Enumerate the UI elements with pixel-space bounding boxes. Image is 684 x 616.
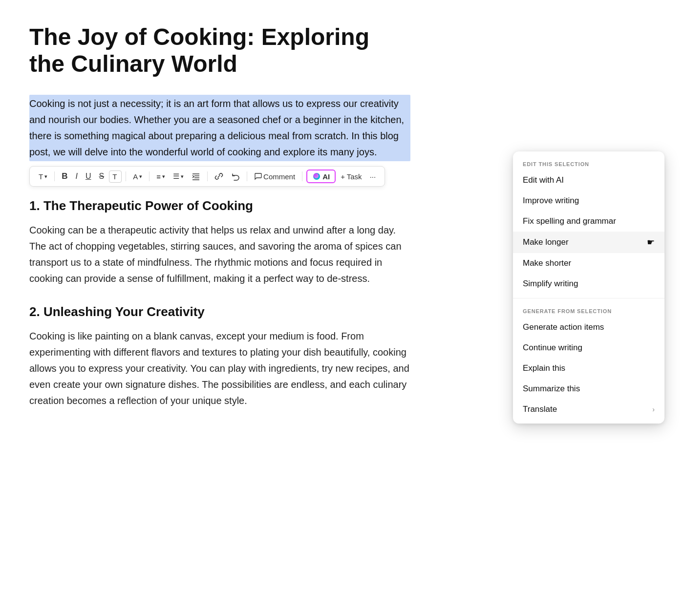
section-2-paragraph: Cooking is like painting on a blank canv…: [29, 328, 410, 409]
more-icon: ···: [370, 172, 376, 181]
explain-this-label: Explain this: [523, 363, 565, 373]
simplify-writing-label: Simplify writing: [523, 279, 578, 289]
indent-icon: [192, 172, 200, 181]
section-2-heading: 2. Unleashing Your Creativity: [29, 304, 410, 319]
generate-section-label: GENERATE FROM SELECTION: [513, 302, 664, 317]
summarize-this-item[interactable]: Summarize this: [513, 379, 664, 399]
formatting-toolbar: T ▾ B I U S T A ▾ ≡ ▾ ☰ ▾: [29, 166, 385, 187]
explain-this-item[interactable]: Explain this: [513, 358, 664, 379]
comment-label: Comment: [263, 172, 295, 181]
align-button[interactable]: ≡ ▾: [153, 170, 168, 183]
make-shorter-label: Make shorter: [523, 258, 571, 268]
improve-writing-item[interactable]: Improve writing: [513, 191, 664, 211]
text-format-chevron: ▾: [44, 173, 47, 180]
generate-action-items-item[interactable]: Generate action items: [513, 317, 664, 338]
toolbar-separator-4: [207, 171, 208, 181]
page-container: The Joy of Cooking: Exploring the Culina…: [0, 0, 684, 616]
comment-button[interactable]: Comment: [251, 170, 298, 183]
ai-orb-icon: [312, 172, 321, 181]
section-1: 1. The Therapeutic Power of Cooking Cook…: [29, 198, 410, 287]
edit-with-ai-item[interactable]: Edit with AI: [513, 170, 664, 191]
indent-button[interactable]: [189, 170, 203, 183]
ai-button-label: AI: [322, 172, 330, 181]
fix-spelling-item[interactable]: Fix spelling and grammar: [513, 211, 664, 232]
undo-icon: [231, 172, 240, 181]
strikethrough-button[interactable]: S: [96, 170, 107, 183]
translate-item[interactable]: Translate ›: [513, 399, 664, 420]
list-button[interactable]: ☰ ▾: [170, 170, 187, 183]
translate-label: Translate: [523, 404, 557, 414]
toolbar-separator-1: [54, 171, 55, 181]
edit-with-ai-label: Edit with AI: [523, 175, 564, 185]
make-longer-label: Make longer: [523, 237, 569, 247]
undo-button[interactable]: [228, 170, 243, 183]
improve-writing-label: Improve writing: [523, 196, 579, 206]
summarize-this-label: Summarize this: [523, 384, 580, 394]
edit-section-label: EDIT THIS SELECTION: [513, 155, 664, 170]
continue-writing-label: Continue writing: [523, 343, 582, 353]
comment-icon: [254, 172, 262, 180]
generate-action-items-label: Generate action items: [523, 322, 604, 332]
task-button[interactable]: + Task: [338, 170, 365, 183]
toolbar-separator-6: [302, 171, 302, 181]
make-longer-item[interactable]: Make longer ☛: [513, 232, 664, 253]
link-button[interactable]: [212, 170, 226, 183]
section-1-heading: 1. The Therapeutic Power of Cooking: [29, 198, 410, 213]
italic-button[interactable]: I: [72, 170, 80, 183]
ai-dropdown-menu: EDIT THIS SELECTION Edit with AI Improve…: [513, 151, 664, 424]
fix-spelling-label: Fix spelling and grammar: [523, 216, 616, 226]
simplify-writing-item[interactable]: Simplify writing: [513, 274, 664, 294]
toolbar-separator-3: [149, 171, 150, 181]
text-format-label: T: [39, 172, 43, 181]
translate-chevron-icon: ›: [652, 405, 655, 413]
bold-button[interactable]: B: [59, 170, 70, 183]
cursor-icon: ☛: [647, 237, 655, 248]
continue-writing-item[interactable]: Continue writing: [513, 338, 664, 358]
toolbar-separator-2: [126, 171, 126, 181]
selected-paragraph: Cooking is not just a necessity; it is a…: [29, 95, 410, 161]
highlight-button[interactable]: T: [109, 170, 122, 183]
link-icon: [214, 172, 223, 181]
document-title: The Joy of Cooking: Exploring the Culina…: [29, 23, 410, 77]
svg-point-5: [315, 174, 319, 178]
section-2-number: 2.: [29, 304, 43, 319]
task-button-label: + Task: [341, 172, 362, 181]
section-1-paragraph: Cooking can be a therapeutic activity th…: [29, 222, 410, 287]
text-format-button[interactable]: T ▾: [36, 170, 50, 183]
editor-area: The Joy of Cooking: Exploring the Culina…: [0, 0, 440, 616]
font-color-button[interactable]: A ▾: [130, 170, 145, 183]
section-2: 2. Unleashing Your Creativity Cooking is…: [29, 304, 410, 409]
ai-button[interactable]: AI: [306, 170, 336, 183]
underline-button[interactable]: U: [83, 170, 94, 183]
toolbar-separator-5: [247, 171, 247, 181]
make-shorter-item[interactable]: Make shorter: [513, 253, 664, 274]
dropdown-divider: [513, 298, 664, 298]
more-button[interactable]: ···: [367, 170, 379, 183]
section-1-number: 1.: [29, 198, 43, 213]
